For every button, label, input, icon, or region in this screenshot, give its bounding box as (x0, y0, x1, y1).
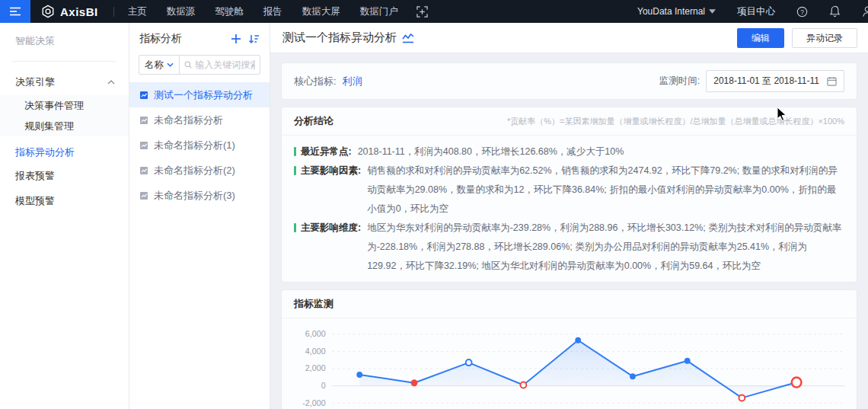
core-metric-value[interactable]: 利润 (343, 75, 362, 88)
sidebar: 智能决策 决策引擎 决策事件管理 规则集管理 指标异动分析 报表预警 模型预警 (0, 23, 129, 409)
date-range-value: 2018-11-01 至 2018-11-11 (713, 75, 819, 88)
page-title: 测试一个指标异动分析 (282, 30, 397, 45)
bullet-text: 销售额的求和对利润的异动贡献率为62.52%，销售额的求和为2474.92，环比… (367, 161, 844, 219)
search-field-select[interactable]: 名称 (139, 56, 180, 74)
nav-datasource[interactable]: 数据源 (167, 5, 196, 18)
topbar-menu: 主页 数据源 驾驶舱 报告 数据大屏 数据门户 (128, 5, 398, 18)
sidebar-item-ruleset[interactable]: 规则集管理 (0, 116, 129, 136)
main-content: 核心指标: 利润 监测时间: 2018-11-01 至 2018-11-11 (270, 53, 868, 409)
person-icon (862, 5, 868, 18)
bullet-bar (294, 147, 296, 156)
nav-report[interactable]: 报告 (263, 5, 282, 18)
sidebar-item-model-alert[interactable]: 模型预警 (0, 187, 129, 214)
chevron-down-icon (167, 62, 174, 67)
analysis-doc-icon (139, 141, 148, 150)
nav-dashboard[interactable]: 驾驶舱 (215, 5, 244, 18)
svg-text:-2,000: -2,000 (302, 398, 325, 407)
search-input-wrap (180, 59, 260, 70)
bell-icon (829, 5, 841, 18)
core-metric-card: 核心指标: 利润 监测时间: 2018-11-01 至 2018-11-11 (281, 62, 857, 100)
analysis-doc-icon (139, 91, 148, 100)
panel-title: 指标分析 (139, 32, 182, 46)
bullet-label: 主要影响因素: (301, 161, 361, 181)
analysis-doc-icon (139, 116, 148, 125)
bullet-text: 2018-11-11，利润为408.80，环比增长126.68%，减少大于10% (358, 142, 624, 161)
monitor-line-chart[interactable]: 6,0004,0002,0000-2,00011-0111-0211-0311-… (288, 321, 850, 409)
svg-text:0: 0 (321, 381, 326, 390)
topbar-divider (113, 7, 114, 17)
add-analysis-button[interactable] (231, 34, 241, 44)
main-area: 测试一个指标异动分析 编辑 异动记录 核心指标: 利润 监测时间: (270, 23, 868, 409)
topbar-right: YouData Internal 项目中心 ? (637, 5, 868, 18)
conclusion-bullet-latest-anomaly: 最近异常点: 2018-11-11，利润为408.80，环比增长126.68%，… (294, 142, 844, 161)
nav-home[interactable]: 主页 (128, 5, 147, 18)
panel-search: 名称 (139, 55, 260, 75)
conclusion-title: 分析结论 (294, 114, 333, 128)
sidebar-item-decision-events[interactable]: 决策事件管理 (0, 95, 129, 116)
bullet-label: 最近异常点: (301, 142, 352, 161)
metric-analysis-panel: 指标分析 名称 (129, 23, 270, 409)
trend-chart-icon (402, 33, 414, 43)
anomaly-records-button[interactable]: 异动记录 (792, 28, 857, 48)
analysis-doc-icon (139, 191, 148, 200)
nav-dataportal[interactable]: 数据门户 (360, 5, 398, 18)
analysis-item-label: 未命名指标分析(1) (154, 139, 235, 152)
conclusion-bullet-main-factors: 主要影响因素: 销售额的求和对利润的异动贡献率为62.52%，销售额的求和为24… (294, 161, 844, 219)
sidebar-divider (12, 61, 116, 62)
monitor-title: 指标监测 (294, 297, 333, 311)
bullet-bar (294, 166, 296, 175)
expand-plus-icon (416, 6, 428, 18)
search-field-value: 名称 (145, 59, 164, 72)
workspace-switcher[interactable]: YouData Internal (637, 6, 716, 17)
project-center-link[interactable]: 项目中心 (737, 5, 775, 18)
conclusion-bullet-main-dimensions: 主要影响维度: 地区为华东对利润的异动贡献率为-239.28%，利润为288.9… (294, 219, 844, 276)
analysis-list-item[interactable]: 未命名指标分析(3) (129, 183, 270, 208)
bullet-text: 地区为华东对利润的异动贡献率为-239.28%，利润为288.96，环比增长30… (367, 219, 844, 276)
sort-button[interactable] (248, 34, 260, 44)
analysis-item-label: 未命名指标分析(2) (154, 164, 235, 177)
metric-monitor-card: 指标监测 6,0004,0002,0000-2,00011-0111-0211-… (281, 289, 857, 409)
svg-text:?: ? (800, 8, 804, 15)
sidebar-collapse-button[interactable] (0, 0, 30, 23)
contribution-formula-note: *贡献率（%）=某因素增加量（增量或增长程度）/总增加量（总增量或总增长程度）×… (507, 116, 844, 127)
notifications-button[interactable] (829, 5, 841, 18)
bullet-label: 主要影响维度: (301, 219, 361, 238)
edit-button[interactable]: 编辑 (737, 28, 784, 48)
calendar-icon (827, 76, 837, 86)
topbar: AxisBI 主页 数据源 驾驶舱 报告 数据大屏 数据门户 YouData I… (0, 0, 868, 23)
help-icon: ? (796, 6, 808, 18)
core-metric-label: 核心指标: (294, 75, 337, 88)
analysis-list-item[interactable]: 未命名指标分析(1) (129, 133, 270, 158)
help-button[interactable]: ? (796, 6, 808, 18)
account-button[interactable] (862, 5, 868, 18)
nav-bigscreen[interactable]: 数据大屏 (302, 5, 340, 18)
date-range-input[interactable]: 2018-11-01 至 2018-11-11 (706, 70, 844, 92)
analysis-item-label: 未命名指标分析(3) (154, 189, 235, 203)
analysis-doc-icon (139, 166, 148, 175)
workspace-name: YouData Internal (637, 6, 705, 17)
brand[interactable]: AxisBI (41, 5, 98, 18)
bullet-bar (294, 223, 296, 232)
sidebar-item-metric-anomaly[interactable]: 指标异动分析 (0, 140, 129, 164)
analysis-list-item[interactable]: 测试一个指标异动分析 (129, 82, 270, 107)
sidebar-group-decision-engine[interactable]: 决策引擎 (0, 69, 129, 95)
sidebar-item-report-alert[interactable]: 报表预警 (0, 164, 129, 187)
search-input[interactable] (195, 59, 255, 70)
hamburger-icon (9, 7, 21, 16)
brand-name: AxisBI (60, 5, 98, 18)
svg-text:6,000: 6,000 (305, 329, 326, 338)
analysis-list-item[interactable]: 未命名指标分析(2) (129, 158, 270, 183)
svg-text:2,000: 2,000 (305, 363, 326, 372)
sidebar-section-title: 智能决策 (0, 30, 129, 52)
conclusion-card: 分析结论 *贡献率（%）=某因素增加量（增量或增长程度）/总增加量（总增量或总增… (281, 107, 857, 283)
axisbi-logo-icon (41, 5, 55, 18)
more-apps-button[interactable] (416, 6, 428, 18)
chevron-up-icon (107, 80, 115, 85)
chevron-down-icon (709, 9, 716, 14)
main-header: 测试一个指标异动分析 编辑 异动记录 (270, 23, 868, 53)
search-icon (184, 60, 192, 69)
svg-text:4,000: 4,000 (305, 347, 326, 356)
analysis-item-label: 测试一个指标异动分析 (154, 88, 253, 102)
analysis-item-label: 未命名指标分析 (154, 113, 223, 127)
analysis-list-item[interactable]: 未命名指标分析 (129, 107, 270, 133)
